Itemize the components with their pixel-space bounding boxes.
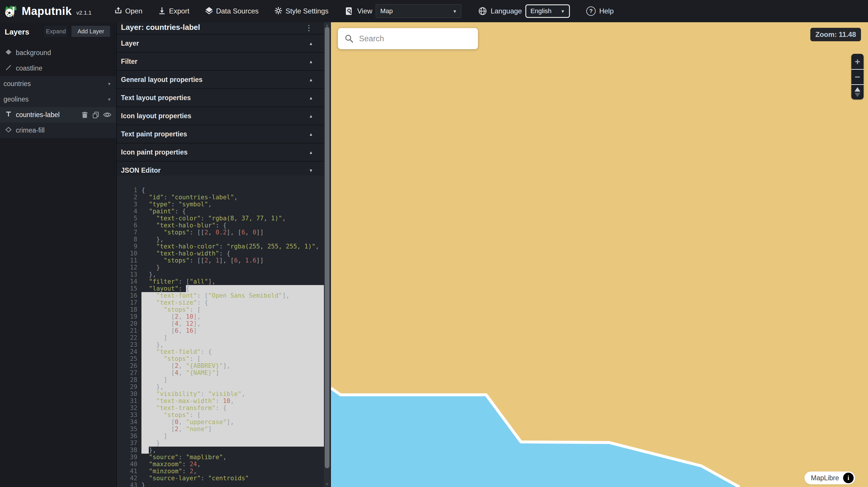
code-line-16[interactable]: 16 "text-font": ["Open Sans Semibold"], (117, 292, 324, 299)
help-item[interactable]: ? Help (586, 6, 614, 16)
code-line-36[interactable]: 36 ] (117, 432, 324, 440)
code-line-33[interactable]: 33 "stops": [ (117, 412, 324, 419)
code-line-41[interactable]: 41 "minzoom": 2, (117, 468, 324, 475)
style-settings-button[interactable]: Style Settings (274, 7, 329, 16)
globe-icon (478, 7, 487, 15)
code-line-22[interactable]: 22 ] (117, 334, 324, 341)
code-line-13[interactable]: 13 }, (117, 271, 324, 278)
line-number: 1 (117, 187, 140, 194)
duplicate-icon[interactable] (92, 111, 99, 119)
section-icon-paint-properties[interactable]: Icon paint properties▴ (117, 143, 324, 162)
code-line-39[interactable]: 39 "source": "maplibre", (117, 454, 324, 461)
section-filter[interactable]: Filter▴ (117, 53, 324, 71)
editor-scrollbar[interactable]: ▲ ▼ (324, 22, 330, 487)
layer-editor-panel: Layer: countries-label ⋮ Layer▴Filter▴Ge… (117, 22, 324, 487)
code-line-28[interactable]: 28 ] (117, 377, 324, 383)
section-label: JSON Editor (121, 166, 160, 174)
layer-label: countries-label (16, 111, 60, 119)
line-number: 40 (117, 461, 140, 468)
scrollbar-thumb[interactable] (325, 27, 330, 468)
sidebar-item-crimea-fill[interactable]: crimea-fill (0, 123, 116, 138)
code-line-31[interactable]: 31 "text-max-width": 10, (117, 397, 324, 404)
layer-group-geolines[interactable]: geolines▾ (0, 92, 116, 107)
visibility-icon[interactable] (103, 111, 110, 119)
layer-group-countries[interactable]: countries▾ (0, 76, 116, 92)
line-number: 32 (117, 404, 140, 412)
scroll-down-icon[interactable]: ▼ (324, 482, 330, 486)
section-layer[interactable]: Layer▴ (117, 35, 324, 53)
code-line-9[interactable]: 9 "text-halo-color": "rgba(255, 255, 255… (117, 243, 324, 250)
layers-sidebar: Layers Expand Add Layer backgroundcoastl… (0, 22, 117, 487)
expand-button[interactable]: Expand (44, 26, 67, 37)
export-button[interactable]: Export (158, 7, 189, 16)
code-line-10[interactable]: 10 "text-halo-width": { (117, 250, 324, 257)
data-sources-icon (205, 7, 213, 15)
language-select[interactable]: English ▼ (525, 4, 570, 18)
zoom-in-button[interactable]: + (851, 54, 864, 69)
sidebar-item-background[interactable]: background (0, 45, 116, 61)
open-button[interactable]: Open (115, 7, 143, 16)
view-select[interactable]: Map ▼ (376, 4, 461, 18)
code-line-19[interactable]: 19 [2, 10], (117, 313, 324, 320)
style-settings-icon (274, 7, 282, 16)
code-line-23[interactable]: 23 }, (117, 341, 324, 348)
line-number: 20 (117, 320, 140, 327)
compass-button[interactable] (851, 84, 864, 99)
code-line-42[interactable]: 42 "source-layer": "centroids" (117, 475, 324, 482)
attribution-link[interactable]: MapLibre (811, 474, 839, 482)
data-sources-button[interactable]: Data Sources (205, 7, 258, 16)
code-line-4[interactable]: 4 "paint": { (117, 208, 324, 215)
json-code-editor[interactable]: 1{2 "id": "countries-label",3 "type": "s… (117, 175, 324, 487)
chevron-up-icon: ▴ (310, 95, 312, 101)
code-line-3[interactable]: 3 "type": "symbol", (117, 201, 324, 208)
code-line-25[interactable]: 25 "stops": [ (117, 355, 324, 362)
code-line-21[interactable]: 21 [6, 16] (117, 327, 324, 334)
zoom-out-button[interactable]: − (851, 69, 864, 84)
code-line-2[interactable]: 2 "id": "countries-label", (117, 194, 324, 201)
code-line-38[interactable]: 38 }, (117, 447, 324, 454)
code-line-12[interactable]: 12 } (117, 264, 324, 271)
section-text-paint-properties[interactable]: Text paint properties▴ (117, 125, 324, 143)
section-general-layout-properties[interactable]: General layout properties▴ (117, 71, 324, 89)
code-line-14[interactable]: 14 "filter": ["all"], (117, 278, 324, 285)
code-line-43[interactable]: 43} (117, 482, 324, 487)
more-menu-icon[interactable]: ⋮ (305, 24, 313, 32)
code-line-8[interactable]: 8 }, (117, 236, 324, 243)
chevron-down-icon[interactable]: ▾ (108, 97, 111, 102)
section-icon-layout-properties[interactable]: Icon layout properties▴ (117, 107, 324, 125)
code-line-30[interactable]: 30 "visibility": "visible", (117, 390, 324, 397)
layers-header: Layers Expand Add Layer (0, 22, 116, 45)
scroll-up-icon[interactable]: ▲ (324, 23, 330, 27)
sidebar-item-countries-label[interactable]: countries-label (0, 107, 116, 123)
code-line-5[interactable]: 5 "text-color": "rgba(8, 37, 77, 1)", (117, 215, 324, 222)
code-line-27[interactable]: 27 [4, "{NAME}"] (117, 369, 324, 377)
section-text-layout-properties[interactable]: Text layout properties▴ (117, 89, 324, 107)
code-line-40[interactable]: 40 "maxzoom": 24, (117, 461, 324, 468)
delete-icon[interactable] (82, 111, 88, 119)
code-line-11[interactable]: 11 "stops": [[2, 1], [6, 1.6]] (117, 257, 324, 264)
code-line-34[interactable]: 34 [0, "uppercase"], (117, 419, 324, 426)
add-layer-button[interactable]: Add Layer (71, 26, 110, 37)
code-line-26[interactable]: 26 [2, "{ABBREV}"], (117, 362, 324, 369)
line-number: 26 (117, 362, 140, 369)
code-line-29[interactable]: 29 }, (117, 383, 324, 390)
chevron-down-icon[interactable]: ▾ (108, 81, 111, 87)
code-line-7[interactable]: 7 "stops": [[2, 0.2], [6, 0]] (117, 229, 324, 236)
code-line-37[interactable]: 37 } (117, 440, 324, 447)
info-icon[interactable]: i (843, 473, 854, 483)
code-line-20[interactable]: 20 [4, 12], (117, 320, 324, 327)
code-line-32[interactable]: 32 "text-transform": { (117, 404, 324, 412)
code-line-1[interactable]: 1{ (117, 187, 324, 194)
help-label: Help (599, 7, 614, 15)
map-canvas[interactable]: Zoom: 11.48 + − MapLibre i (331, 22, 868, 487)
code-line-35[interactable]: 35 [2, "none"] (117, 426, 324, 432)
code-line-17[interactable]: 17 "text-size": { (117, 299, 324, 306)
search-input[interactable] (359, 34, 478, 43)
code-line-24[interactable]: 24 "text-field": { (117, 348, 324, 355)
line-number: 35 (117, 426, 140, 432)
line-number: 14 (117, 278, 140, 285)
code-line-15[interactable]: 15 "layout": { (117, 285, 324, 292)
code-line-18[interactable]: 18 "stops": [ (117, 306, 324, 313)
sidebar-item-coastline[interactable]: coastline (0, 61, 116, 76)
code-line-6[interactable]: 6 "text-halo-blur": { (117, 222, 324, 229)
